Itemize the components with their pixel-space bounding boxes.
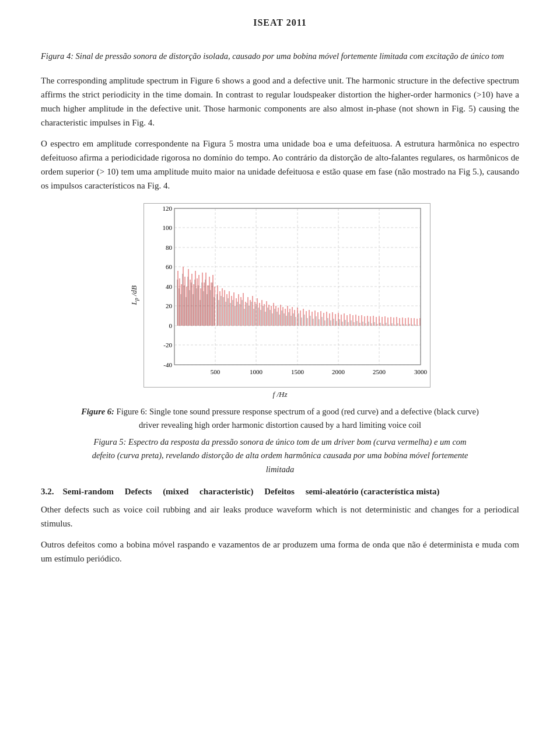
- header-title: ISEAT 2011: [253, 18, 307, 27]
- svg-text:60: 60: [166, 263, 173, 270]
- figure6-chart: Lp /dB: [41, 203, 519, 399]
- body-para-2-pt: O espectro em amplitude correspondente n…: [41, 137, 519, 193]
- svg-text:-40: -40: [163, 361, 172, 368]
- section32-heading: 3.2. Semi-random Defects (mixed characte…: [41, 487, 519, 497]
- chart-svg: 120 100 80 60 40 20 0 -20 -40 500 1000 1…: [144, 204, 430, 385]
- page-header: ISEAT 2011: [41, 18, 519, 28]
- svg-text:100: 100: [162, 224, 172, 231]
- svg-text:3000: 3000: [414, 368, 428, 375]
- svg-text:80: 80: [166, 244, 173, 251]
- svg-text:0: 0: [169, 322, 172, 329]
- svg-text:1000: 1000: [250, 368, 263, 375]
- svg-text:40: 40: [166, 283, 173, 290]
- chart-svg-container: 120 100 80 60 40 20 0 -20 -40 500 1000 1…: [144, 203, 430, 388]
- svg-text:2000: 2000: [332, 368, 345, 375]
- figura5-caption-pt: Figura 5: Espectro da resposta da pressã…: [88, 435, 473, 476]
- section32-para-pt: Outros defeitos como a bobina móvel rasp…: [41, 538, 519, 566]
- svg-text:500: 500: [211, 368, 220, 375]
- svg-text:1500: 1500: [291, 368, 304, 375]
- chart-wrapper: Lp /dB: [130, 203, 430, 399]
- chart-inner: Lp /dB: [130, 203, 430, 388]
- section32-para-en: Other defects such as voice coil rubbing…: [41, 503, 519, 531]
- y-axis-label: Lp /dB: [130, 285, 140, 305]
- svg-text:120: 120: [162, 205, 172, 212]
- svg-text:-20: -20: [163, 341, 172, 348]
- body-para-1: The corresponding amplitude spectrum in …: [41, 74, 519, 130]
- x-axis-label: f /Hz: [273, 390, 288, 399]
- figure4-caption: Figura 4: Sinal de pressão sonora de dis…: [41, 50, 519, 63]
- svg-text:20: 20: [166, 302, 173, 309]
- figure6-caption: Figure 6: Figure 6: Single tone sound pr…: [76, 405, 484, 432]
- svg-text:2500: 2500: [373, 368, 386, 375]
